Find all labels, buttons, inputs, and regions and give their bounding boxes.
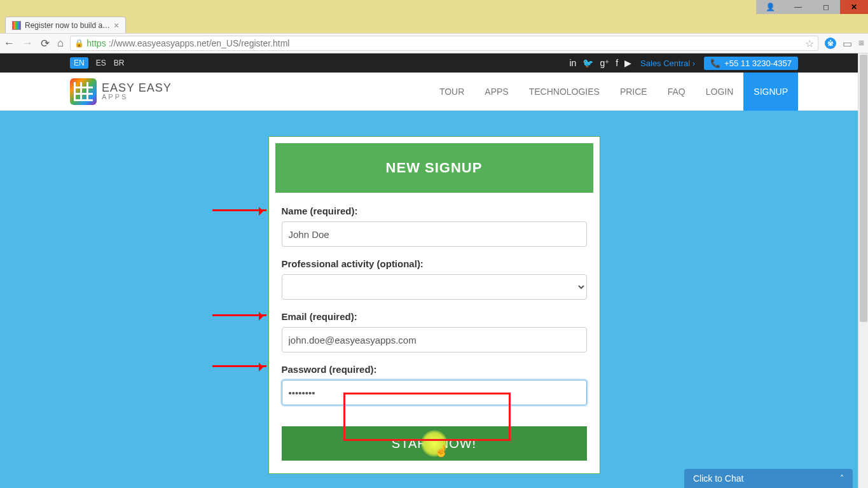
favicon-icon [12,21,21,30]
phone-icon: 📞 [710,59,720,68]
url-scheme: https [86,38,106,48]
sales-central-link[interactable]: Sales Central [640,59,695,68]
youtube-icon[interactable]: ▶ [624,58,631,68]
lang-es[interactable]: ES [96,59,106,67]
name-label: Name (required): [282,206,587,216]
nav-item-signup[interactable]: SIGNUP [743,73,798,111]
site-header: EASY EASY APPS TOURAPPSTECHNOLOGIESPRICE… [0,73,868,111]
gplus-icon[interactable]: g⁺ [600,58,609,68]
browser-tab-strip: Register now to build a… × [0,14,868,33]
phone-button[interactable]: 📞 +55 11 3230-4357 [704,57,798,70]
browser-toolbar: ← → ⟳ ⌂ 🔒 https ://www.easyeasyapps.net/… [0,33,868,53]
language-switcher: EN ES BR [70,57,124,69]
lock-icon: 🔒 [74,39,84,48]
menu-icon[interactable]: ≡ [858,38,864,49]
twitter-icon[interactable]: 🐦 [582,58,593,68]
back-button[interactable]: ← [4,37,15,50]
scrollbar[interactable] [858,53,868,488]
forward-button[interactable]: → [22,37,33,50]
annotation-arrow-password [212,365,266,367]
device-icon[interactable]: ▭ [843,38,852,50]
nav-item-tour[interactable]: TOUR [429,73,474,111]
bookmark-star-icon[interactable]: ☆ [805,38,814,50]
window-minimize-button[interactable]: — [784,0,812,14]
signup-card: NEW SIGNUP Name (required): Professional… [268,136,600,474]
name-input[interactable] [282,221,587,247]
chat-widget[interactable]: Click to Chat ˄ [684,469,853,488]
phone-number: +55 11 3230-4357 [724,59,792,68]
browser-tab[interactable]: Register now to build a… × [5,17,126,33]
annotation-arrow-name [212,209,266,211]
main-nav: TOURAPPSTECHNOLOGIESPRICEFAQLOGINSIGNUP [429,73,798,111]
extension-icon[interactable]: ※ [825,38,836,49]
linkedin-icon[interactable]: in [570,58,577,68]
browser-tab-title: Register now to build a… [25,21,110,30]
chevron-up-icon: ˄ [840,474,844,483]
lang-br[interactable]: BR [114,59,125,67]
site-logo[interactable]: EASY EASY APPS [70,78,172,105]
signup-heading: NEW SIGNUP [275,143,593,193]
annotation-arrow-email [212,314,266,316]
tab-close-icon[interactable]: × [114,20,119,31]
submit-label: START NOW! [392,436,476,450]
site-topbar: EN ES BR in 🐦 g⁺ f ▶ Sales Central 📞 +55… [0,53,868,73]
activity-select[interactable] [282,274,587,300]
facebook-icon[interactable]: f [616,58,618,68]
scrollbar-thumb[interactable] [860,55,867,322]
nav-item-apps[interactable]: APPS [474,73,518,111]
page-viewport: EN ES BR in 🐦 g⁺ f ▶ Sales Central 📞 +55… [0,53,868,488]
logo-mark-icon [70,78,97,105]
logo-text-sub: APPS [102,94,172,101]
window-user-button[interactable]: 👤 [756,0,784,14]
password-label: Password (required): [282,364,587,375]
email-label: Email (required): [282,311,587,322]
nav-item-price[interactable]: PRICE [610,73,658,111]
lang-en[interactable]: EN [70,57,88,69]
start-now-button[interactable]: START NOW! ☝ [282,426,587,461]
nav-item-login[interactable]: LOGIN [696,73,744,111]
window-close-button[interactable]: ✕ [840,0,868,14]
window-titlebar: 👤 — ◻ ✕ [0,0,868,14]
nav-item-technologies[interactable]: TECHNOLOGIES [519,73,610,111]
activity-label: Professional activity (optional): [282,258,587,269]
chat-label: Click to Chat [693,473,743,484]
reload-button[interactable]: ⟳ [41,37,50,50]
logo-text-main: EASY EASY [102,82,172,94]
password-input[interactable] [282,380,587,405]
home-button[interactable]: ⌂ [57,37,64,50]
address-bar[interactable]: 🔒 https ://www.easyeasyapps.net/en_US/re… [70,36,818,51]
nav-item-faq[interactable]: FAQ [658,73,696,111]
email-input[interactable] [282,327,587,352]
window-maximize-button[interactable]: ◻ [812,0,840,14]
